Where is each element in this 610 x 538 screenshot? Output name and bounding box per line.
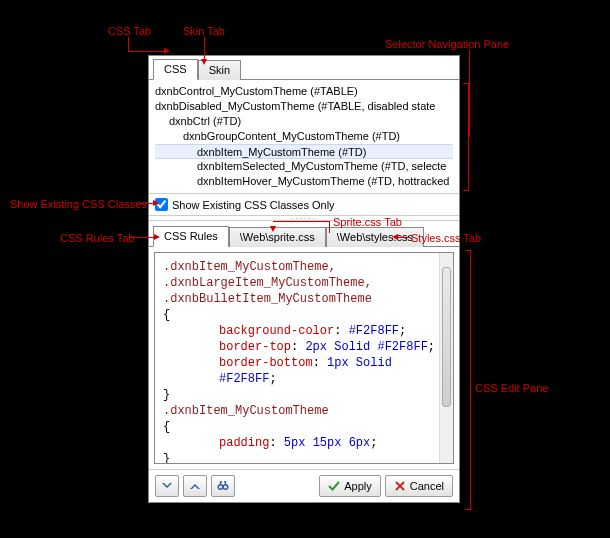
selector-navigation-pane[interactable]: dxnbControl_MyCustomTheme (#TABLE) dxnbD…: [149, 80, 459, 194]
apply-button[interactable]: Apply: [319, 475, 381, 497]
annotation-css-rules-tab: CSS Rules Tab: [60, 232, 134, 244]
move-up-button[interactable]: [183, 475, 207, 497]
theme-editor-panel: CSS Skin dxnbControl_MyCustomTheme (#TAB…: [148, 55, 460, 503]
selector-row[interactable]: dxnbCtrl (#TD): [155, 114, 453, 129]
code-selector: .dxnbLargeItem_MyCustomTheme,: [163, 276, 372, 290]
tabs-top: CSS Skin: [149, 56, 459, 80]
code-val: #F2F8FF: [349, 324, 399, 338]
cancel-label: Cancel: [410, 480, 444, 492]
selector-row[interactable]: dxnbItemHover_MyCustomTheme (#TD, hottra…: [155, 174, 453, 189]
code-brace: {: [163, 420, 170, 434]
footer-toolbar: Apply Cancel: [149, 469, 459, 502]
annotation-skin-tab: Skin Tab: [183, 25, 225, 37]
svg-point-1: [223, 485, 228, 490]
selector-row[interactable]: dxnbControl_MyCustomTheme (#TABLE): [155, 84, 453, 99]
code-prop: border-bottom: [219, 356, 313, 370]
code-brace: }: [163, 452, 170, 464]
tab-css[interactable]: CSS: [153, 59, 198, 80]
code-brace: {: [163, 308, 170, 322]
code-prop: padding: [219, 436, 269, 450]
scrollbar-thumb[interactable]: [442, 267, 451, 407]
check-icon: [328, 480, 340, 492]
annotation-sprite-tab: Sprite.css Tab: [333, 216, 402, 228]
css-edit-pane[interactable]: .dxnbItem_MyCustomTheme, .dxnbLargeItem_…: [154, 252, 454, 464]
code-val: 2px Solid #F2F8FF: [305, 340, 427, 354]
selector-row[interactable]: dxnbGroupContent_MyCustomTheme (#TD): [155, 129, 453, 144]
selector-row-selected[interactable]: dxnbItem_MyCustomTheme (#TD): [155, 144, 453, 159]
close-icon: [394, 480, 406, 492]
code-selector: .dxnbBulletItem_MyCustomTheme: [163, 292, 372, 306]
apply-label: Apply: [344, 480, 372, 492]
tab-sprite-css[interactable]: \Web\sprite.css: [229, 227, 326, 247]
code-brace: }: [163, 388, 170, 402]
code-prop: border-top: [219, 340, 291, 354]
annotation-show-existing: Show Existing CSS Classes: [10, 198, 147, 210]
annotation-css-tab: CSS Tab: [108, 25, 151, 37]
move-down-button[interactable]: [155, 475, 179, 497]
svg-point-0: [218, 485, 223, 490]
annotation-css-edit-pane: CSS Edit Pane: [475, 382, 548, 394]
code-prop: background-color: [219, 324, 334, 338]
selector-row[interactable]: dxnbItemSelected_MyCustomTheme (#TD, sel…: [155, 159, 453, 174]
code-selector: .dxnbItem_MyCustomTheme: [163, 404, 329, 418]
find-button[interactable]: [211, 475, 235, 497]
cancel-button[interactable]: Cancel: [385, 475, 453, 497]
selector-row[interactable]: dxnbDisabled_MyCustomTheme (#TABLE, disa…: [155, 99, 453, 114]
code-val: 5px 15px 6px: [284, 436, 370, 450]
chevron-up-icon: [189, 480, 201, 492]
code-scrollbar[interactable]: [439, 253, 453, 463]
chevron-down-icon: [161, 480, 173, 492]
code-selector: .dxnbItem_MyCustomTheme,: [163, 260, 336, 274]
tab-css-rules[interactable]: CSS Rules: [153, 226, 229, 247]
annotation-selector-pane: Selector Navigation Pane: [385, 38, 509, 50]
show-existing-label: Show Existing CSS Classes Only: [172, 199, 335, 211]
annotation-styles-tab: Styles.css Tab: [411, 232, 481, 244]
binoculars-icon: [217, 480, 229, 492]
